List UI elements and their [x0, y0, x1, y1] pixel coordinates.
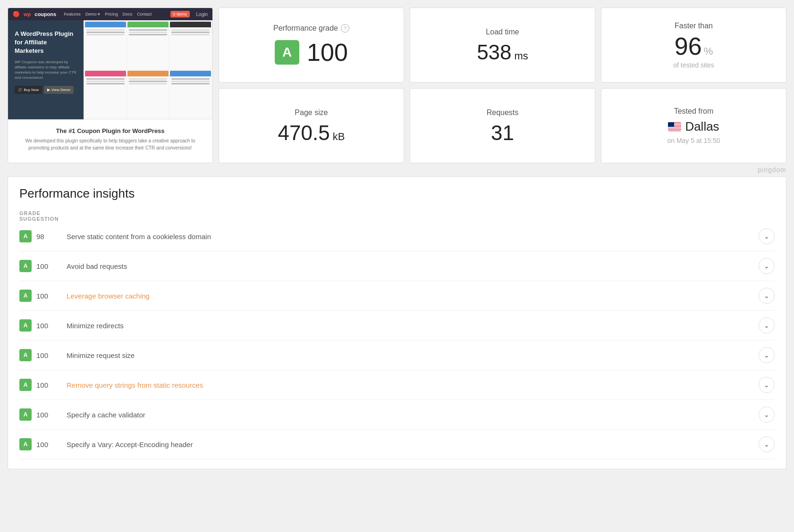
- insights-rows: A98Serve static content from a cookieles…: [19, 222, 775, 459]
- thumb-body-3: [170, 27, 211, 69]
- thumb-header-3: [170, 22, 211, 27]
- thumb-line: [129, 29, 167, 31]
- thumb-header-1: [85, 22, 126, 27]
- table-row: A98Serve static content from a cookieles…: [19, 222, 775, 251]
- metrics-grid: Performance grade ? A 100 Load time 538 …: [219, 8, 786, 163]
- nav-docs[interactable]: Docs: [123, 12, 133, 17]
- thumb-1: [85, 22, 126, 69]
- expand-button-4[interactable]: ⌄: [759, 347, 775, 363]
- hero-desc: WP Coupons was developed by affiliate ma…: [15, 59, 77, 81]
- nav-features[interactable]: Features: [64, 12, 81, 17]
- view-demo-button[interactable]: ▶ View Demo: [44, 86, 74, 94]
- insight-grade-col: A100: [19, 379, 67, 391]
- site-nav-bar: 🔴 wp coupons Features Demo ▾ Pricing Doc…: [8, 8, 212, 20]
- thumb-2: [127, 22, 169, 69]
- insight-suggestion-7: Specify a Vary: Accept-Encoding header: [67, 441, 759, 449]
- load-time-card: Load time 538 ms: [410, 8, 595, 83]
- grade-badge-0: A: [19, 230, 32, 242]
- expand-button-6[interactable]: ⌄: [759, 407, 775, 423]
- expand-button-5[interactable]: ⌄: [759, 377, 775, 393]
- table-row: A100Specify a cache validator⌄: [19, 400, 775, 430]
- site-tagline: The #1 Coupon Plugin for WordPress: [16, 127, 205, 134]
- expand-button-1[interactable]: ⌄: [759, 258, 775, 274]
- thumb-body-5: [127, 76, 169, 118]
- performance-grade-label: Performance grade ?: [273, 24, 349, 33]
- load-time-label: Load time: [486, 28, 519, 36]
- faster-than-label: Faster than: [675, 22, 713, 30]
- thumb-line: [171, 78, 210, 80]
- load-time-unit: ms: [515, 50, 528, 62]
- insight-grade-col: A100: [19, 290, 67, 302]
- thumb-line: [171, 34, 210, 35]
- cart-button[interactable]: 0 items: [170, 11, 190, 17]
- pingdom-logo-text: pingdom: [758, 166, 786, 174]
- column-headers: GRADE SUGGESTION: [19, 210, 775, 222]
- help-icon[interactable]: ?: [341, 24, 349, 33]
- insight-grade-col: A98: [19, 230, 67, 242]
- insight-grade-col: A100: [19, 408, 67, 421]
- insight-suggestion-6: Specify a cache validator: [67, 411, 759, 419]
- nav-pricing[interactable]: Pricing: [105, 12, 118, 17]
- page-size-value-row: 470.5 kB: [278, 123, 345, 143]
- insight-suggestion-0: Serve static content from a cookieless d…: [67, 233, 759, 241]
- table-row: A100Minimize request size⌄: [19, 341, 775, 370]
- insight-score-2: 100: [36, 292, 48, 300]
- thumb-header-2: [127, 22, 169, 27]
- faster-value-row: 96 %: [675, 34, 713, 58]
- insight-suggestion-5[interactable]: Remove query strings from static resourc…: [67, 381, 759, 389]
- thumb-header-5: [127, 71, 169, 76]
- thumb-line: [86, 78, 125, 80]
- thumb-body-4: [85, 76, 126, 118]
- pingdom-branding: pingdom: [0, 163, 794, 176]
- expand-button-2[interactable]: ⌄: [759, 288, 775, 304]
- insight-suggestion-4: Minimize request size: [67, 351, 759, 359]
- expand-button-0[interactable]: ⌄: [759, 228, 775, 244]
- expand-button-7[interactable]: ⌄: [759, 436, 775, 452]
- thumb-line: [171, 32, 210, 33]
- preview-hero-left: A WordPress Plugin for Affiliate Markete…: [8, 20, 84, 119]
- insight-score-3: 100: [36, 322, 48, 330]
- insight-suggestion-2[interactable]: Leverage browser caching: [67, 292, 759, 300]
- top-section: 🔴 wp coupons Features Demo ▾ Pricing Doc…: [0, 0, 794, 163]
- thumb-line: [171, 83, 210, 84]
- thumb-body-2: [127, 27, 169, 69]
- page-size-card: Page size 470.5 kB: [219, 88, 404, 163]
- thumb-header-4: [85, 71, 126, 76]
- insight-grade-col: A100: [19, 260, 67, 272]
- thumb-line: [86, 83, 125, 84]
- thumb-line: [129, 83, 167, 84]
- logo-wp: 🔴: [13, 11, 20, 17]
- insight-grade-col: A100: [19, 438, 67, 450]
- page-size-value: 470.5: [278, 123, 330, 143]
- col-header-grade: GRADE: [19, 210, 67, 216]
- login-link[interactable]: Login: [196, 12, 208, 17]
- insight-grade-col: A100: [19, 319, 67, 332]
- buy-now-button[interactable]: 🛒 Buy Now: [15, 86, 42, 94]
- expand-button-3[interactable]: ⌄: [759, 317, 775, 333]
- requests-label: Requests: [487, 108, 519, 117]
- insight-suggestion-3: Minimize redirects: [67, 322, 759, 330]
- nav-links: Features Demo ▾ Pricing Docs Contact: [64, 12, 152, 17]
- page-size-label: Page size: [295, 108, 328, 117]
- nav-contact[interactable]: Contact: [137, 12, 152, 17]
- requests-value: 31: [491, 123, 514, 143]
- nav-demo[interactable]: Demo ▾: [85, 12, 101, 17]
- tested-date: on May 5 at 15:50: [667, 137, 720, 144]
- thumb-line: [129, 32, 167, 33]
- logo-coupons: coupons: [34, 11, 56, 17]
- faster-unit: %: [704, 45, 713, 58]
- faster-value: 96: [675, 34, 702, 58]
- insight-score-7: 100: [36, 441, 48, 449]
- load-time-value-row: 538 ms: [477, 42, 528, 63]
- thumb-line: [86, 32, 125, 33]
- grade-badge-5: A: [19, 379, 32, 391]
- preview-bottom: The #1 Coupon Plugin for WordPress We de…: [8, 119, 212, 159]
- thumb-line: [86, 29, 125, 31]
- insight-score-1: 100: [36, 262, 48, 270]
- thumb-line: [86, 34, 125, 35]
- thumb-3: [170, 22, 211, 69]
- insight-score-4: 100: [36, 351, 48, 359]
- table-row: A100Leverage browser caching⌄: [19, 281, 775, 311]
- thumb-line: [129, 34, 167, 35]
- website-preview-card: 🔴 wp coupons Features Demo ▾ Pricing Doc…: [8, 8, 213, 163]
